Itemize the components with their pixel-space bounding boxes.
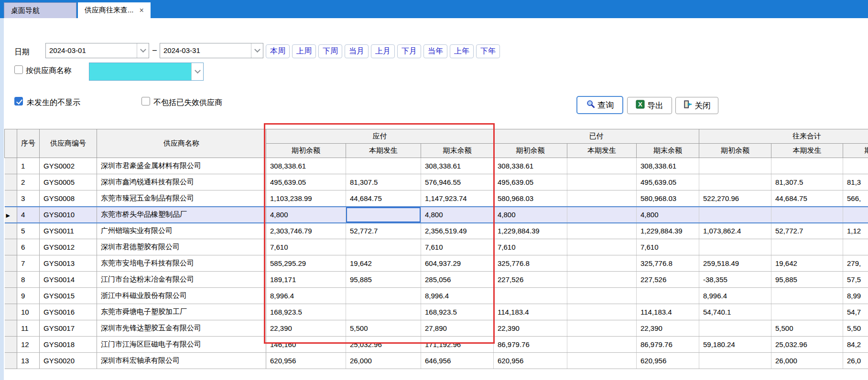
quick-date-button-0[interactable]: 本周 xyxy=(266,44,290,58)
row-selector[interactable] xyxy=(5,272,17,288)
cell-total_period[interactable] xyxy=(771,207,843,223)
sub-header-2-2[interactable]: 期末余额 xyxy=(843,144,868,158)
cell-total_period[interactable]: 19,642 xyxy=(771,255,843,272)
col-header-seq[interactable]: 序号 xyxy=(17,129,40,158)
cell-paid_end[interactable]: 308,338.61 xyxy=(637,158,699,174)
cell-ap_end[interactable]: 168,923.5 xyxy=(421,304,494,320)
cell-ap_begin[interactable]: 146,160 xyxy=(266,337,346,353)
cell-ap_begin[interactable]: 585,295.29 xyxy=(266,255,346,272)
cell-ap_end[interactable]: 2,356,519.49 xyxy=(421,223,494,239)
cell-name[interactable]: 广州锴瑞实业有限公司 xyxy=(97,223,266,239)
cell-paid_begin[interactable] xyxy=(494,288,567,304)
cell-ap_end[interactable]: 8,996.4 xyxy=(421,288,494,304)
sub-header-1-0[interactable]: 期初余额 xyxy=(494,144,567,158)
cell-paid_period[interactable] xyxy=(567,255,637,272)
cell-total_begin[interactable] xyxy=(699,158,771,174)
row-selector[interactable] xyxy=(5,337,17,353)
cell-paid_period[interactable] xyxy=(567,190,637,207)
cell-paid_end[interactable]: 580,968.03 xyxy=(637,190,699,207)
cell-total_begin[interactable]: 59,180.24 xyxy=(699,337,771,353)
cell-code[interactable]: GYS0010 xyxy=(40,207,97,223)
chevron-down-icon[interactable] xyxy=(251,43,263,58)
cell-paid_end[interactable]: 4,800 xyxy=(637,207,699,223)
cell-paid_period[interactable] xyxy=(567,272,637,288)
cell-ap_begin[interactable]: 8,996.4 xyxy=(266,288,346,304)
cell-paid_begin[interactable]: 308,338.61 xyxy=(494,158,567,174)
cell-paid_period[interactable] xyxy=(567,288,637,304)
cell-ap_begin[interactable]: 189,171 xyxy=(266,272,346,288)
chevron-down-icon[interactable] xyxy=(191,63,203,80)
cell-total_period[interactable] xyxy=(771,239,843,255)
cell-paid_begin[interactable]: 114,183.4 xyxy=(494,304,567,320)
row-selector[interactable] xyxy=(5,223,17,239)
cell-name[interactable]: 东莞市桥头华品橡塑制品厂 xyxy=(97,207,266,223)
sub-header-1-1[interactable]: 本期发生 xyxy=(567,144,637,158)
date-to-combo[interactable]: 2024-03-31 xyxy=(160,43,263,58)
cell-paid_end[interactable]: 325,776.8 xyxy=(637,255,699,272)
cell-total_end[interactable]: 81,3 xyxy=(843,174,868,190)
cell-total_end[interactable] xyxy=(843,239,868,255)
cell-total_end[interactable]: 1,12 xyxy=(843,223,868,239)
cell-seq[interactable]: 12 xyxy=(17,337,40,353)
cell-paid_begin[interactable]: 86,979.76 xyxy=(494,337,567,353)
cell-ap_begin[interactable]: 22,390 xyxy=(266,320,346,337)
cell-name[interactable]: 东莞市臻冠五金制品有限公司 xyxy=(97,190,266,207)
cell-paid_period[interactable] xyxy=(567,223,637,239)
cell-ap_end[interactable]: 1,147,923.74 xyxy=(421,190,494,207)
quick-date-button-7[interactable]: 上年 xyxy=(450,44,474,58)
cell-total_end[interactable]: 5,50 xyxy=(843,320,868,337)
cell-ap_period[interactable]: 25,032.96 xyxy=(346,337,421,353)
cell-paid_end[interactable]: 22,390 xyxy=(637,320,699,337)
row-selector[interactable]: ▶ xyxy=(5,207,17,223)
cell-seq[interactable]: 4 xyxy=(17,207,40,223)
cell-total_end[interactable] xyxy=(843,207,868,223)
row-selector[interactable] xyxy=(5,353,17,369)
cell-ap_begin[interactable]: 1,103,238.99 xyxy=(266,190,346,207)
cell-total_period[interactable]: 81,307.5 xyxy=(771,174,843,190)
cell-total_end[interactable]: 566, xyxy=(843,190,868,207)
cell-code[interactable]: GYS0005 xyxy=(40,174,97,190)
cell-ap_begin[interactable]: 168,923.5 xyxy=(266,304,346,320)
cell-seq[interactable]: 8 xyxy=(17,272,40,288)
cell-name[interactable]: 深圳市君德塑胶有限公司 xyxy=(97,239,266,255)
cell-paid_begin[interactable]: 22,390 xyxy=(494,320,567,337)
sub-header-1-2[interactable]: 期末余额 xyxy=(637,144,699,158)
supplier-name-combo[interactable] xyxy=(89,63,204,81)
cell-name[interactable]: 深圳市鑫鸿锐通科技有限公司 xyxy=(97,174,266,190)
sub-header-0-2[interactable]: 期末余额 xyxy=(421,144,494,158)
supplier-name-checkbox[interactable] xyxy=(14,65,23,74)
cell-ap_end[interactable]: 171,192.96 xyxy=(421,337,494,353)
quick-date-button-2[interactable]: 下周 xyxy=(318,44,342,58)
cell-total_end[interactable]: 8,99 xyxy=(843,288,868,304)
cell-total_begin[interactable] xyxy=(699,353,771,369)
cell-paid_end[interactable]: 495,639.05 xyxy=(637,174,699,190)
cell-ap_period[interactable]: 26,000 xyxy=(346,353,421,369)
cell-name[interactable]: 东莞市舜塘电子塑胶加工厂 xyxy=(97,304,266,320)
sub-header-2-1[interactable]: 本期发生 xyxy=(771,144,843,158)
cell-ap_end[interactable]: 576,946.55 xyxy=(421,174,494,190)
cell-ap_end[interactable]: 27,890 xyxy=(421,320,494,337)
cell-seq[interactable]: 5 xyxy=(17,223,40,239)
row-selector[interactable] xyxy=(5,239,17,255)
cell-ap_period[interactable]: 44,684.75 xyxy=(346,190,421,207)
cell-total_begin[interactable]: 522,270.96 xyxy=(699,190,771,207)
cell-code[interactable]: GYS0016 xyxy=(40,304,97,320)
quick-date-button-5[interactable]: 下月 xyxy=(397,44,421,58)
cell-ap_end[interactable]: 646,956 xyxy=(421,353,494,369)
cell-paid_period[interactable] xyxy=(567,304,637,320)
cell-seq[interactable]: 2 xyxy=(17,174,40,190)
cell-paid_begin[interactable]: 580,968.03 xyxy=(494,190,567,207)
cell-name[interactable]: 江门市江海区巨磁电子有限公司 xyxy=(97,337,266,353)
cell-ap_period[interactable] xyxy=(346,304,421,320)
quick-date-button-6[interactable]: 当年 xyxy=(423,44,447,58)
cell-ap_end[interactable]: 7,610 xyxy=(421,239,494,255)
cell-code[interactable]: GYS0011 xyxy=(40,223,97,239)
cell-total_begin[interactable]: 54,740.1 xyxy=(699,304,771,320)
cell-seq[interactable]: 1 xyxy=(17,158,40,174)
cell-seq[interactable]: 3 xyxy=(17,190,40,207)
cell-total_end[interactable] xyxy=(843,158,868,174)
cell-paid_end[interactable]: 7,610 xyxy=(637,239,699,255)
quick-date-button-4[interactable]: 上月 xyxy=(371,44,395,58)
cell-ap_period[interactable] xyxy=(346,158,421,174)
quick-date-button-8[interactable]: 下年 xyxy=(476,44,500,58)
